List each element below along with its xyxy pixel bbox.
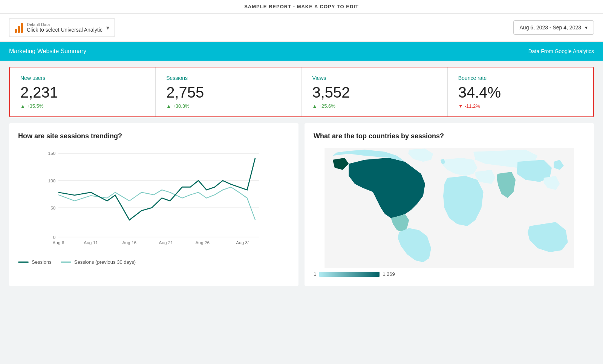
analytics-icon <box>15 22 23 33</box>
sessions-chart-panel: How are site sessions trending? 150 100 … <box>9 123 298 286</box>
metric-card-3: Bounce rate34.4%▼-11.2% <box>448 67 593 116</box>
section-source: Data From Google Analytics <box>528 48 594 54</box>
metric-label-2: Views <box>312 75 437 81</box>
date-range-arrow: ▾ <box>585 24 588 31</box>
metric-change-text-2: +25.6% <box>318 103 335 109</box>
metric-card-1: Sessions2,755▲+30.3% <box>156 67 302 116</box>
metric-label-3: Bounce rate <box>458 75 583 81</box>
metric-change-text-0: +35.5% <box>27 103 43 109</box>
legend-sessions-label: Sessions <box>32 259 52 265</box>
metric-card-2: Views3,552▲+25.6% <box>302 67 448 116</box>
metric-change-3: ▼-11.2% <box>458 103 583 109</box>
sessions-chart-title: How are site sessions trending? <box>18 132 289 140</box>
metric-card-0: New users2,231▲+35.5% <box>10 67 156 116</box>
top-bar-title: SAMPLE REPORT - MAKE A COPY TO EDIT <box>244 4 359 9</box>
data-source-label: Default Data <box>27 22 103 27</box>
y-label-100: 100 <box>48 178 56 184</box>
header: Default Data Click to select Universal A… <box>0 14 603 42</box>
metric-value-0: 2,231 <box>20 84 145 101</box>
date-range-button[interactable]: Aug 6, 2023 - Sep 4, 2023 ▾ <box>513 20 594 35</box>
y-label-150: 150 <box>48 151 56 156</box>
section-title: Marketing Website Summary <box>9 48 86 55</box>
x-label-aug31: Aug 31 <box>236 240 250 245</box>
metric-change-0: ▲+35.5% <box>20 103 145 109</box>
data-source-dropdown-arrow: ▾ <box>106 24 109 31</box>
metric-value-2: 3,552 <box>312 84 437 101</box>
map-range-max: 1,269 <box>383 271 395 277</box>
metric-value-1: 2,755 <box>166 84 291 101</box>
world-map-svg <box>314 148 585 268</box>
metric-label-0: New users <box>20 75 145 81</box>
x-label-aug16: Aug 16 <box>122 240 137 245</box>
metric-change-text-3: -11.2% <box>465 103 480 109</box>
chart-legend: Sessions Sessions (previous 30 days) <box>18 259 289 265</box>
sessions-chart-area: 150 100 50 0 Aug 6 Aug 11 Aug 16 <box>18 148 289 253</box>
metric-arrow-0: ▲ <box>20 103 25 109</box>
map-gradient <box>319 272 380 277</box>
section-header: Marketing Website Summary Data From Goog… <box>0 42 603 61</box>
metric-change-2: ▲+25.6% <box>312 103 437 109</box>
metric-value-3: 34.4% <box>458 84 583 101</box>
map-area <box>314 148 585 268</box>
top-bar: SAMPLE REPORT - MAKE A COPY TO EDIT <box>0 0 603 14</box>
x-label-aug21: Aug 21 <box>159 240 173 245</box>
map-range: 1 1,269 <box>314 271 585 277</box>
legend-sessions: Sessions <box>18 259 52 265</box>
metric-arrow-3: ▼ <box>458 103 463 109</box>
metrics-container: New users2,231▲+35.5%Sessions2,755▲+30.3… <box>9 67 594 117</box>
y-label-0: 0 <box>53 235 56 240</box>
metric-label-1: Sessions <box>166 75 291 81</box>
map-chart-panel: What are the top countries by sessions? <box>305 123 594 286</box>
metric-change-text-1: +30.3% <box>173 103 189 109</box>
legend-prev-sessions-label: Sessions (previous 30 days) <box>74 259 136 265</box>
charts-row: How are site sessions trending? 150 100 … <box>0 123 603 295</box>
map-range-min: 1 <box>314 271 316 277</box>
data-source-name: Click to select Universal Analytic <box>27 27 103 33</box>
line-chart-svg: 150 100 50 0 Aug 6 Aug 11 Aug 16 <box>18 148 289 253</box>
metric-arrow-1: ▲ <box>166 103 171 109</box>
metric-arrow-2: ▲ <box>312 103 317 109</box>
y-label-50: 50 <box>51 205 56 211</box>
metric-change-1: ▲+30.3% <box>166 103 291 109</box>
x-label-aug6: Aug 6 <box>52 240 64 245</box>
legend-sessions-line <box>18 262 29 263</box>
data-source-text: Default Data Click to select Universal A… <box>27 22 103 33</box>
data-source-button[interactable]: Default Data Click to select Universal A… <box>9 18 115 37</box>
legend-prev-sessions: Sessions (previous 30 days) <box>61 259 136 265</box>
legend-prev-sessions-line <box>61 262 71 263</box>
x-label-aug26: Aug 26 <box>195 240 210 245</box>
map-chart-title: What are the top countries by sessions? <box>314 132 585 140</box>
date-range-value: Aug 6, 2023 - Sep 4, 2023 <box>520 24 581 31</box>
x-label-aug11: Aug 11 <box>84 240 98 245</box>
